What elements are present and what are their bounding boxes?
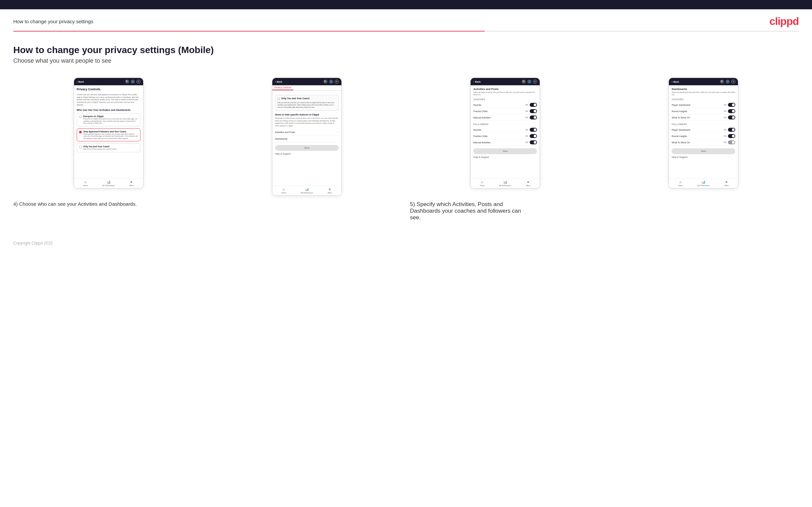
phone3-topbar: ‹ Back 🔍 👤 ⊕: [471, 78, 540, 85]
toggle4-coaches-pd[interactable]: Player Dashboard ON: [671, 102, 735, 108]
radio-label-coach: Only You and Your Coach: [83, 145, 117, 148]
home-icon4: ⌂: [679, 180, 681, 184]
toggle4-followers-pd[interactable]: Player Dashboard ON: [671, 127, 735, 133]
phone4-topbar: ‹ Back 🔍 👤 ⊕: [669, 78, 738, 85]
toggle4-followers-ri-switch[interactable]: [728, 134, 735, 138]
nav4-performance[interactable]: 📊 My Performance: [692, 180, 715, 186]
phone3-back[interactable]: ‹ Back: [473, 80, 480, 83]
performance-label4: My Performance: [698, 184, 710, 186]
toggle-coaches-manual-switch[interactable]: [530, 115, 537, 119]
phone2-icons: 🔍 👤 ⊕: [323, 79, 339, 83]
nav4-home[interactable]: ⌂ Home: [669, 180, 692, 186]
toggle4-coaches-ri[interactable]: Round Insights ON: [671, 108, 735, 114]
home-icon3: ⌂: [481, 180, 483, 184]
screen1-phone: ‹ Back 🔍 👤 ⊕ Privacy Controls Control ho…: [74, 78, 144, 188]
toggle-followers-rounds[interactable]: Rounds ON: [473, 127, 537, 133]
toggle-coaches-drills[interactable]: Practice Drills ON: [473, 108, 537, 114]
phone1-bottomnav: ⌂ Home 📊 My Performance ≡ Menu: [74, 178, 143, 188]
tab-privacy-controls[interactable]: Privacy Controls: [272, 85, 293, 90]
menu-label: Menu: [130, 184, 134, 186]
settings-icon3[interactable]: ⊕: [533, 79, 537, 83]
profile-icon3[interactable]: 👤: [527, 79, 531, 83]
captions-row: 4) Choose who can see your Activities an…: [13, 196, 799, 221]
toggle-followers-manual[interactable]: Manual Activities ON: [473, 139, 537, 146]
coaches-section-label4: COACHES: [671, 98, 735, 101]
nav2-home[interactable]: ⌂ Home: [272, 187, 295, 194]
profile-icon2[interactable]: 👤: [329, 79, 333, 83]
nav2-menu[interactable]: ≡ Menu: [318, 187, 341, 194]
nav-home[interactable]: ⌂ Home: [74, 180, 97, 186]
toggle4-followers-wtwo[interactable]: What To Work On ON: [671, 139, 735, 146]
popup-radio-row: Only You and Your Coach: [277, 97, 337, 101]
toggle-coaches-rounds-switch[interactable]: [530, 103, 537, 107]
screen4-group: ‹ Back 🔍 👤 ⊕ Dashboards Select the dashb…: [608, 78, 799, 188]
search-icon4[interactable]: 🔍: [720, 79, 724, 83]
toggle-coaches-rounds[interactable]: Rounds ON: [473, 102, 537, 108]
settings-icon4[interactable]: ⊕: [731, 79, 735, 83]
back-label3: Back: [475, 80, 480, 83]
radio-option-everyone[interactable]: Everyone on Clippd Everyone on Clippd ca…: [77, 113, 141, 126]
radio-desc-everyone: Everyone on Clippd can search for you an…: [83, 118, 138, 124]
caption-spacer: 4) Choose who can see your Activities an…: [13, 196, 402, 221]
list-label-dashboards: Dashboards: [275, 138, 288, 140]
settings-icon[interactable]: ⊕: [137, 79, 141, 83]
toggle-followers-drills-switch[interactable]: [530, 134, 537, 138]
toggle4-followers-ri[interactable]: Round Insights ON: [671, 133, 735, 139]
toggle-coaches-manual[interactable]: Manual Activities ON: [473, 114, 537, 121]
phone2-tabbar: Privacy Controls: [272, 85, 341, 91]
search-icon2[interactable]: 🔍: [323, 79, 327, 83]
nav3-menu[interactable]: ≡ Menu: [517, 180, 540, 186]
nav3-home[interactable]: ⌂ Home: [471, 180, 494, 186]
menu-icon: ≡: [131, 180, 133, 184]
nav3-performance[interactable]: 📊 My Performance: [494, 180, 516, 186]
phone1-topbar: ‹ Back 🔍 👤 ⊕: [74, 78, 143, 85]
radio-desc-coach: Only you and the coaches you connect wit…: [83, 148, 117, 150]
radio-text-everyone: Everyone on Clippd Everyone on Clippd ca…: [83, 115, 138, 124]
save-button2[interactable]: Save: [275, 145, 339, 151]
nav-performance[interactable]: 📊 My Performance: [97, 180, 120, 186]
toggle4-coaches-wtwo-switch[interactable]: [728, 115, 735, 119]
phone2-back[interactable]: ‹ Back: [275, 80, 282, 83]
settings-icon2[interactable]: ⊕: [335, 79, 339, 83]
toggle-followers-manual-group: ON: [525, 140, 537, 144]
toggle-coaches-drills-switch[interactable]: [530, 109, 537, 113]
toggle4-coaches-ri-switch[interactable]: [728, 109, 735, 113]
phone3-bottomnav: ⌂ Home 📊 My Performance ≡ Menu: [471, 178, 540, 188]
help-label4: Help & Support: [671, 154, 735, 159]
radio-option-followers[interactable]: Only Approved Followers and Your Coach O…: [77, 128, 141, 142]
phone1-back[interactable]: ‹ Back: [77, 80, 84, 83]
toggle-followers-drills[interactable]: Practice Drills ON: [473, 133, 537, 139]
nav-menu[interactable]: ≡ Menu: [120, 180, 143, 186]
toggle-followers-rounds-switch[interactable]: [530, 128, 537, 132]
toggle4-coaches-wtwo[interactable]: What To Work On ON: [671, 114, 735, 121]
performance-label3: My Performance: [499, 184, 511, 186]
home-label4: Home: [678, 184, 682, 186]
toggle4-followers-wtwo-switch[interactable]: [728, 140, 735, 144]
profile-icon4[interactable]: 👤: [726, 79, 730, 83]
radio-option-coach[interactable]: Only You and Your Coach Only you and the…: [77, 143, 141, 152]
radio-circle-followers: [79, 131, 82, 133]
toggle-followers-rounds-group: ON: [525, 128, 537, 132]
profile-icon[interactable]: 👤: [131, 79, 135, 83]
search-icon3[interactable]: 🔍: [522, 79, 526, 83]
toggle4-followers-pd-switch[interactable]: [728, 128, 735, 132]
toggle4-coaches-pd-switch[interactable]: [728, 103, 735, 107]
search-icon[interactable]: 🔍: [125, 79, 129, 83]
footer: Copyright Clippd 2022: [0, 234, 812, 252]
activities-title: Activities and Posts: [473, 88, 537, 91]
toggle-followers-manual-switch[interactable]: [530, 140, 537, 144]
coaches-pd-label: Player Dashboard: [671, 104, 690, 106]
nav2-performance[interactable]: 📊 My Performance: [295, 187, 318, 194]
nav4-menu[interactable]: ≡ Menu: [715, 180, 738, 186]
toggle-followers-drills-group: ON: [525, 134, 537, 138]
copyright: Copyright Clippd 2022: [13, 241, 53, 245]
activities-desc: Select the types of activity that you'd …: [473, 91, 537, 96]
phone4-back[interactable]: ‹ Back: [671, 80, 679, 83]
list-row-activities[interactable]: Activities and Posts ›: [275, 129, 339, 136]
screen4-phone: ‹ Back 🔍 👤 ⊕ Dashboards Select the dashb…: [668, 78, 738, 188]
save-button4[interactable]: Save: [671, 148, 735, 154]
privacy-controls-desc: Control how you and your data appears to…: [77, 94, 141, 106]
list-row-dashboards[interactable]: Dashboards ›: [275, 136, 339, 143]
save-button3[interactable]: Save: [473, 148, 537, 154]
followers-ri-label: Round Insights: [671, 135, 687, 137]
